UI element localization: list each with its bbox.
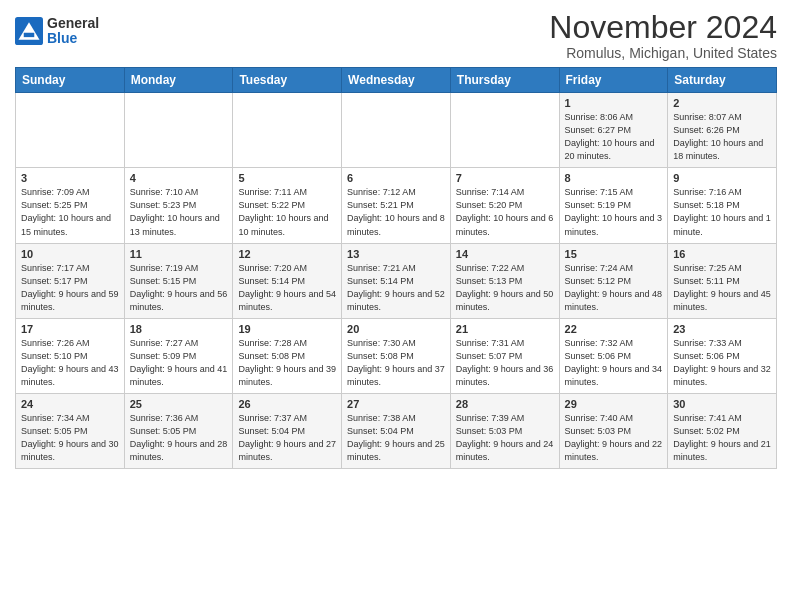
calendar-cell: 2Sunrise: 8:07 AM Sunset: 6:26 PM Daylig… xyxy=(668,93,777,168)
calendar-cell: 18Sunrise: 7:27 AM Sunset: 5:09 PM Dayli… xyxy=(124,318,233,393)
day-info: Sunrise: 7:26 AM Sunset: 5:10 PM Dayligh… xyxy=(21,337,119,389)
day-number: 1 xyxy=(565,97,663,109)
week-row-4: 17Sunrise: 7:26 AM Sunset: 5:10 PM Dayli… xyxy=(16,318,777,393)
day-number: 3 xyxy=(21,172,119,184)
day-number: 6 xyxy=(347,172,445,184)
day-number: 4 xyxy=(130,172,228,184)
calendar-cell: 3Sunrise: 7:09 AM Sunset: 5:25 PM Daylig… xyxy=(16,168,125,243)
calendar-cell: 24Sunrise: 7:34 AM Sunset: 5:05 PM Dayli… xyxy=(16,393,125,468)
calendar-cell: 6Sunrise: 7:12 AM Sunset: 5:21 PM Daylig… xyxy=(342,168,451,243)
calendar-cell xyxy=(342,93,451,168)
day-number: 22 xyxy=(565,323,663,335)
day-info: Sunrise: 7:31 AM Sunset: 5:07 PM Dayligh… xyxy=(456,337,554,389)
day-number: 12 xyxy=(238,248,336,260)
day-number: 27 xyxy=(347,398,445,410)
calendar-cell: 17Sunrise: 7:26 AM Sunset: 5:10 PM Dayli… xyxy=(16,318,125,393)
day-info: Sunrise: 7:34 AM Sunset: 5:05 PM Dayligh… xyxy=(21,412,119,464)
day-info: Sunrise: 7:25 AM Sunset: 5:11 PM Dayligh… xyxy=(673,262,771,314)
weekday-header-wednesday: Wednesday xyxy=(342,68,451,93)
calendar-cell: 11Sunrise: 7:19 AM Sunset: 5:15 PM Dayli… xyxy=(124,243,233,318)
day-number: 23 xyxy=(673,323,771,335)
day-info: Sunrise: 7:09 AM Sunset: 5:25 PM Dayligh… xyxy=(21,186,119,238)
day-info: Sunrise: 7:14 AM Sunset: 5:20 PM Dayligh… xyxy=(456,186,554,238)
day-info: Sunrise: 7:24 AM Sunset: 5:12 PM Dayligh… xyxy=(565,262,663,314)
calendar-cell: 13Sunrise: 7:21 AM Sunset: 5:14 PM Dayli… xyxy=(342,243,451,318)
day-number: 13 xyxy=(347,248,445,260)
calendar-table: SundayMondayTuesdayWednesdayThursdayFrid… xyxy=(15,67,777,469)
calendar-cell: 21Sunrise: 7:31 AM Sunset: 5:07 PM Dayli… xyxy=(450,318,559,393)
calendar-cell: 23Sunrise: 7:33 AM Sunset: 5:06 PM Dayli… xyxy=(668,318,777,393)
day-number: 24 xyxy=(21,398,119,410)
day-number: 2 xyxy=(673,97,771,109)
week-row-1: 1Sunrise: 8:06 AM Sunset: 6:27 PM Daylig… xyxy=(16,93,777,168)
day-number: 20 xyxy=(347,323,445,335)
calendar-cell xyxy=(450,93,559,168)
day-number: 26 xyxy=(238,398,336,410)
day-number: 29 xyxy=(565,398,663,410)
logo-blue-text: Blue xyxy=(47,31,99,46)
calendar-cell: 22Sunrise: 7:32 AM Sunset: 5:06 PM Dayli… xyxy=(559,318,668,393)
calendar-cell xyxy=(16,93,125,168)
calendar-cell: 20Sunrise: 7:30 AM Sunset: 5:08 PM Dayli… xyxy=(342,318,451,393)
day-info: Sunrise: 7:10 AM Sunset: 5:23 PM Dayligh… xyxy=(130,186,228,238)
day-info: Sunrise: 7:16 AM Sunset: 5:18 PM Dayligh… xyxy=(673,186,771,238)
day-info: Sunrise: 8:07 AM Sunset: 6:26 PM Dayligh… xyxy=(673,111,771,163)
calendar-cell: 9Sunrise: 7:16 AM Sunset: 5:18 PM Daylig… xyxy=(668,168,777,243)
day-info: Sunrise: 7:36 AM Sunset: 5:05 PM Dayligh… xyxy=(130,412,228,464)
day-info: Sunrise: 7:30 AM Sunset: 5:08 PM Dayligh… xyxy=(347,337,445,389)
day-info: Sunrise: 7:37 AM Sunset: 5:04 PM Dayligh… xyxy=(238,412,336,464)
calendar-cell: 16Sunrise: 7:25 AM Sunset: 5:11 PM Dayli… xyxy=(668,243,777,318)
day-number: 15 xyxy=(565,248,663,260)
calendar-cell: 1Sunrise: 8:06 AM Sunset: 6:27 PM Daylig… xyxy=(559,93,668,168)
day-number: 16 xyxy=(673,248,771,260)
week-row-2: 3Sunrise: 7:09 AM Sunset: 5:25 PM Daylig… xyxy=(16,168,777,243)
day-number: 7 xyxy=(456,172,554,184)
day-info: Sunrise: 7:15 AM Sunset: 5:19 PM Dayligh… xyxy=(565,186,663,238)
weekday-header-sunday: Sunday xyxy=(16,68,125,93)
day-info: Sunrise: 7:19 AM Sunset: 5:15 PM Dayligh… xyxy=(130,262,228,314)
day-number: 28 xyxy=(456,398,554,410)
calendar-cell: 7Sunrise: 7:14 AM Sunset: 5:20 PM Daylig… xyxy=(450,168,559,243)
calendar-cell xyxy=(124,93,233,168)
day-info: Sunrise: 7:17 AM Sunset: 5:17 PM Dayligh… xyxy=(21,262,119,314)
location: Romulus, Michigan, United States xyxy=(549,45,777,61)
title-block: November 2024 Romulus, Michigan, United … xyxy=(549,10,777,61)
calendar-cell: 26Sunrise: 7:37 AM Sunset: 5:04 PM Dayli… xyxy=(233,393,342,468)
calendar-cell: 14Sunrise: 7:22 AM Sunset: 5:13 PM Dayli… xyxy=(450,243,559,318)
day-number: 21 xyxy=(456,323,554,335)
calendar-cell: 15Sunrise: 7:24 AM Sunset: 5:12 PM Dayli… xyxy=(559,243,668,318)
weekday-header-tuesday: Tuesday xyxy=(233,68,342,93)
day-number: 17 xyxy=(21,323,119,335)
calendar-cell: 10Sunrise: 7:17 AM Sunset: 5:17 PM Dayli… xyxy=(16,243,125,318)
weekday-header-friday: Friday xyxy=(559,68,668,93)
calendar-cell: 8Sunrise: 7:15 AM Sunset: 5:19 PM Daylig… xyxy=(559,168,668,243)
day-number: 30 xyxy=(673,398,771,410)
month-title: November 2024 xyxy=(549,10,777,45)
calendar-cell: 4Sunrise: 7:10 AM Sunset: 5:23 PM Daylig… xyxy=(124,168,233,243)
day-number: 9 xyxy=(673,172,771,184)
day-number: 25 xyxy=(130,398,228,410)
day-info: Sunrise: 7:11 AM Sunset: 5:22 PM Dayligh… xyxy=(238,186,336,238)
calendar-cell: 12Sunrise: 7:20 AM Sunset: 5:14 PM Dayli… xyxy=(233,243,342,318)
svg-rect-2 xyxy=(24,33,35,37)
weekday-header-monday: Monday xyxy=(124,68,233,93)
day-number: 5 xyxy=(238,172,336,184)
logo-text: General Blue xyxy=(47,16,99,47)
weekday-header-thursday: Thursday xyxy=(450,68,559,93)
week-row-3: 10Sunrise: 7:17 AM Sunset: 5:17 PM Dayli… xyxy=(16,243,777,318)
day-info: Sunrise: 7:33 AM Sunset: 5:06 PM Dayligh… xyxy=(673,337,771,389)
day-number: 10 xyxy=(21,248,119,260)
day-number: 11 xyxy=(130,248,228,260)
week-row-5: 24Sunrise: 7:34 AM Sunset: 5:05 PM Dayli… xyxy=(16,393,777,468)
day-number: 14 xyxy=(456,248,554,260)
day-info: Sunrise: 7:41 AM Sunset: 5:02 PM Dayligh… xyxy=(673,412,771,464)
day-info: Sunrise: 7:40 AM Sunset: 5:03 PM Dayligh… xyxy=(565,412,663,464)
day-info: Sunrise: 7:21 AM Sunset: 5:14 PM Dayligh… xyxy=(347,262,445,314)
day-number: 19 xyxy=(238,323,336,335)
day-info: Sunrise: 7:20 AM Sunset: 5:14 PM Dayligh… xyxy=(238,262,336,314)
day-number: 18 xyxy=(130,323,228,335)
day-info: Sunrise: 7:22 AM Sunset: 5:13 PM Dayligh… xyxy=(456,262,554,314)
header: General Blue November 2024 Romulus, Mich… xyxy=(15,10,777,61)
logo: General Blue xyxy=(15,16,99,47)
calendar-cell: 25Sunrise: 7:36 AM Sunset: 5:05 PM Dayli… xyxy=(124,393,233,468)
